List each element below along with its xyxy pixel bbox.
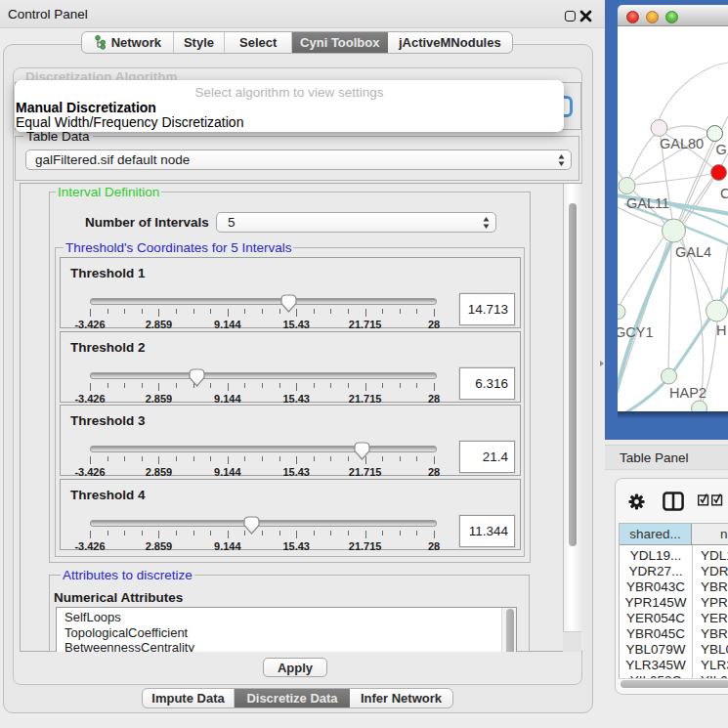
svg-text:GAL11: GAL11 [626,195,669,211]
svg-text:GCY1: GCY1 [618,324,654,340]
svg-text:H: H [716,322,726,338]
svg-text:C: C [720,186,728,201]
svg-text:HAP2: HAP2 [669,385,707,401]
svg-text:GAL80: GAL80 [660,136,704,151]
svg-text:GAL4: GAL4 [675,244,711,260]
svg-text:G.: G. [716,142,728,157]
